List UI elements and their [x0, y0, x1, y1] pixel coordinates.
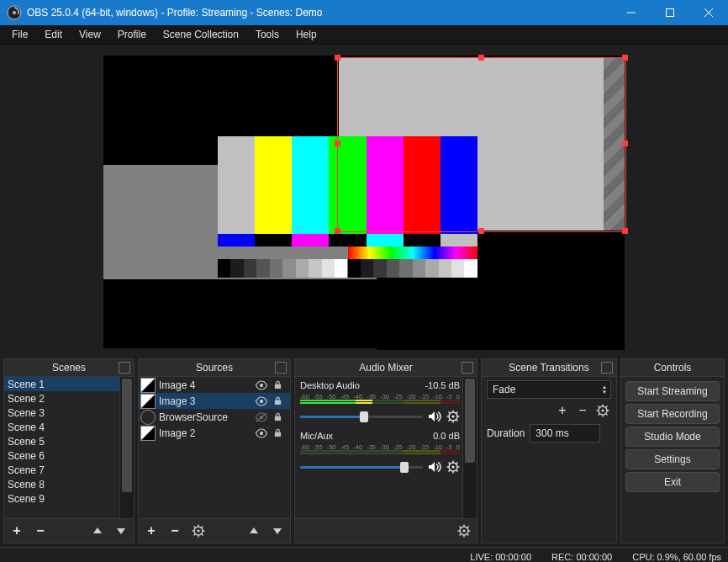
mixer-fader[interactable]	[300, 466, 423, 469]
source-visibility-toggle[interactable]	[255, 428, 270, 438]
menu-file[interactable]: File	[3, 26, 36, 43]
transition-properties-button[interactable]	[594, 402, 611, 419]
scene-item[interactable]: Scene 7	[4, 463, 134, 477]
mixer-settings-button[interactable]	[456, 523, 472, 538]
scrollbar-thumb[interactable]	[465, 379, 475, 463]
scenes-panel: Scenes Scene 1Scene 2Scene 3Scene 4Scene…	[3, 358, 135, 543]
source-visibility-toggle[interactable]	[255, 412, 270, 422]
browser-icon	[140, 410, 156, 425]
scene-remove-button[interactable]: −	[33, 523, 48, 538]
scene-item[interactable]: Scene 6	[4, 448, 134, 463]
mixer-header[interactable]: Audio Mixer	[295, 359, 477, 377]
scene-item[interactable]: Scene 5	[4, 434, 134, 448]
transitions-body: Fade ▲▼ + − Duration 300 ms	[482, 377, 616, 543]
source-item[interactable]: BrowserSource	[139, 409, 290, 425]
transition-add-button[interactable]: +	[554, 402, 571, 419]
scene-item[interactable]: Scene 8	[4, 477, 134, 491]
source-visibility-toggle[interactable]	[255, 396, 270, 406]
svg-rect-3	[667, 9, 674, 17]
svg-line-64	[599, 414, 600, 416]
transition-select[interactable]: Fade ▲▼	[487, 380, 611, 399]
source-add-button[interactable]: +	[144, 523, 159, 538]
mixer-fader[interactable]	[300, 416, 423, 418]
source-lock-toggle[interactable]	[273, 428, 288, 437]
source-item[interactable]: Image 2	[139, 425, 290, 441]
sources-list[interactable]: Image 4Image 3BrowserSourceImage 2	[139, 377, 290, 518]
source-move-down-button[interactable]	[270, 523, 285, 538]
settings-button[interactable]: Settings	[625, 449, 720, 469]
source-item[interactable]: Image 4	[139, 377, 290, 393]
controls-header[interactable]: Controls	[621, 359, 724, 377]
scene-move-up-button[interactable]	[90, 523, 105, 538]
svg-line-43	[456, 463, 458, 464]
popout-icon[interactable]	[601, 362, 613, 374]
scrollbar-track[interactable]	[119, 377, 134, 518]
maximize-button[interactable]	[651, 0, 689, 25]
source-properties-button[interactable]	[191, 523, 206, 538]
menu-scene-collection[interactable]: Scene Collection	[155, 26, 247, 43]
menu-view[interactable]: View	[71, 26, 109, 43]
menu-tools[interactable]: Tools	[247, 26, 288, 43]
source-lock-toggle[interactable]	[273, 380, 288, 390]
svg-line-23	[202, 527, 203, 528]
channel-settings-button[interactable]	[446, 460, 460, 474]
statusbar: LIVE: 00:00:00 REC: 00:00:00 CPU: 0.9%, …	[0, 547, 728, 562]
studio-mode-button[interactable]: Studio Mode	[625, 427, 720, 447]
scenes-list[interactable]: Scene 1Scene 2Scene 3Scene 4Scene 5Scene…	[4, 377, 134, 518]
titlebar: OBS 25.0.4 (64-bit, windows) - Profile: …	[0, 0, 728, 25]
close-button[interactable]	[689, 0, 728, 25]
transition-duration-label: Duration	[487, 427, 525, 439]
transition-duration-value: 300 ms	[535, 427, 568, 439]
scene-item[interactable]: Scene 9	[4, 491, 134, 506]
start-recording-button[interactable]: Start Recording	[625, 404, 720, 424]
sources-title: Sources	[196, 362, 233, 374]
popout-icon[interactable]	[462, 362, 473, 374]
scene-move-down-button[interactable]	[113, 523, 129, 538]
exit-button[interactable]: Exit	[625, 472, 720, 492]
scene-item[interactable]: Scene 3	[4, 406, 134, 420]
sources-header[interactable]: Sources	[139, 359, 290, 377]
preview-area[interactable]	[0, 45, 728, 358]
controls-panel: Controls Start Streaming Start Recording…	[620, 358, 725, 543]
source-item[interactable]: Image 3	[139, 393, 290, 409]
mute-button[interactable]	[428, 461, 441, 473]
source-visibility-toggle[interactable]	[255, 380, 270, 390]
menu-edit[interactable]: Edit	[36, 26, 71, 43]
source-lock-toggle[interactable]	[273, 412, 288, 422]
mixer-meter: -60-55-50-45-40-35-30-25-20-15-10-50	[300, 393, 460, 406]
transitions-header[interactable]: Scene Transitions	[482, 359, 616, 377]
menu-help[interactable]: Help	[288, 26, 325, 43]
menubar: File Edit View Profile Scene Collection …	[0, 25, 728, 45]
source-move-up-button[interactable]	[246, 523, 261, 538]
mixer-panel: Audio Mixer Desktop Audio -10.5 dB -60-5…	[294, 358, 477, 543]
popout-icon[interactable]	[275, 362, 287, 374]
transition-duration-input[interactable]: 300 ms	[530, 424, 600, 443]
scrollbar-track[interactable]	[462, 377, 477, 518]
source-lock-toggle[interactable]	[273, 396, 288, 406]
scene-add-button[interactable]: +	[9, 523, 24, 538]
svg-rect-7	[275, 384, 281, 390]
source-remove-button[interactable]: −	[167, 523, 182, 538]
mixer-toolbar	[295, 518, 477, 543]
mixer-channel-name: Mic/Aux	[300, 431, 333, 443]
mixer-meter: -60-55-50-45-40-35-30-25-20-15-10-50	[300, 443, 460, 456]
svg-line-44	[449, 470, 451, 472]
minimize-button[interactable]	[612, 0, 651, 25]
status-rec: REC: 00:00:00	[551, 552, 612, 562]
channel-settings-button[interactable]	[446, 410, 460, 423]
scene-item[interactable]: Scene 1	[4, 377, 134, 391]
svg-line-33	[456, 412, 458, 414]
scrollbar-thumb[interactable]	[122, 379, 132, 492]
scene-item[interactable]: Scene 2	[4, 391, 134, 406]
scene-item[interactable]: Scene 4	[4, 420, 134, 434]
preview-canvas[interactable]	[103, 56, 625, 348]
menu-profile[interactable]: Profile	[109, 26, 155, 43]
scenes-header[interactable]: Scenes	[4, 359, 134, 377]
start-streaming-button[interactable]: Start Streaming	[625, 381, 720, 401]
popout-icon[interactable]	[119, 362, 130, 374]
svg-line-24	[194, 534, 196, 536]
svg-line-22	[202, 534, 203, 536]
mute-button[interactable]	[428, 411, 441, 422]
transition-remove-button[interactable]: −	[574, 402, 591, 419]
image-icon	[140, 426, 156, 441]
